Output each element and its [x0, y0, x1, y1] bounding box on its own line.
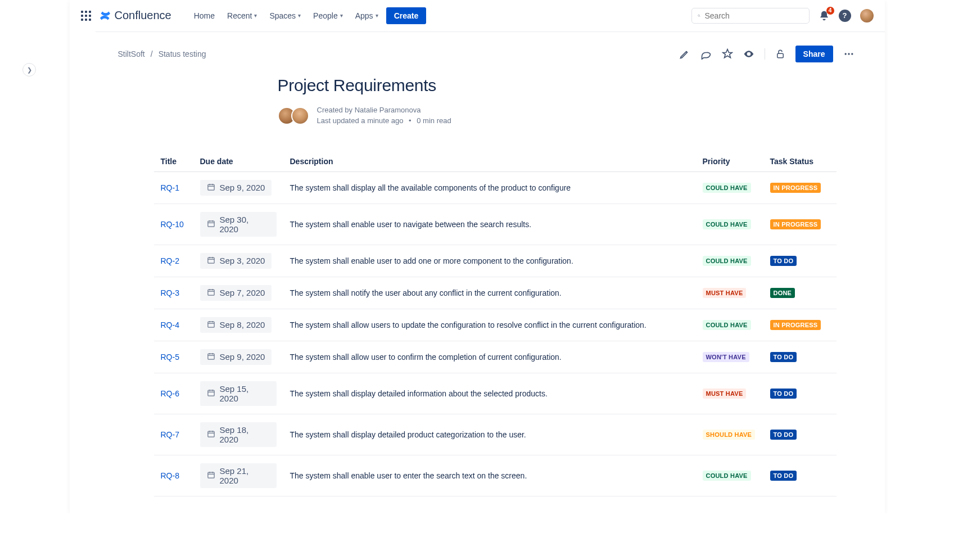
requirement-link[interactable]: RQ-8: [161, 471, 179, 480]
sidebar-expand-button[interactable]: ❯: [22, 63, 36, 76]
edit-button[interactable]: [679, 48, 690, 60]
due-date-chip[interactable]: Sep 7, 2020: [200, 285, 272, 301]
nav-item-apps[interactable]: Apps▾: [355, 11, 378, 20]
watch-button[interactable]: [743, 48, 754, 60]
status-lozenge[interactable]: TO DO: [770, 471, 797, 481]
create-button[interactable]: Create: [386, 7, 427, 24]
th-title[interactable]: Title: [154, 152, 193, 172]
calendar-icon: [207, 471, 215, 479]
nav-item-people[interactable]: People▾: [313, 11, 343, 20]
th-due-date[interactable]: Due date: [193, 152, 283, 172]
status-lozenge[interactable]: TO DO: [770, 430, 797, 440]
status-lozenge[interactable]: DONE: [770, 288, 795, 298]
status-lozenge[interactable]: IN PROGRESS: [770, 320, 821, 330]
calendar-icon: [207, 219, 215, 228]
priority-lozenge[interactable]: COULD HAVE: [703, 219, 751, 229]
due-date-chip[interactable]: Sep 9, 2020: [200, 349, 272, 365]
requirement-link[interactable]: RQ-7: [161, 430, 179, 439]
restrictions-button[interactable]: [775, 49, 785, 59]
priority-lozenge[interactable]: MUST HAVE: [703, 288, 747, 298]
share-button[interactable]: Share: [795, 46, 833, 62]
requirement-link[interactable]: RQ-10: [161, 220, 184, 229]
ellipsis-icon: [843, 48, 854, 60]
status-lozenge[interactable]: IN PROGRESS: [770, 219, 821, 229]
status-lozenge[interactable]: TO DO: [770, 352, 797, 362]
description-cell: The system shall display detailed inform…: [283, 373, 696, 414]
notifications-button[interactable]: 4: [819, 10, 830, 21]
svg-point-0: [698, 15, 699, 16]
due-date-value: Sep 7, 2020: [220, 288, 265, 297]
global-search[interactable]: [691, 8, 810, 24]
priority-lozenge[interactable]: WON'T HAVE: [703, 352, 749, 362]
calendar-icon: [207, 430, 215, 438]
calendar-icon: [207, 352, 215, 360]
status-lozenge[interactable]: TO DO: [770, 256, 797, 266]
th-status[interactable]: Task Status: [763, 152, 837, 172]
due-date-value: Sep 18, 2020: [220, 425, 270, 444]
help-button[interactable]: ?: [839, 10, 851, 22]
nav-item-home[interactable]: Home: [194, 11, 215, 20]
eye-icon: [743, 48, 754, 60]
requirement-link[interactable]: RQ-6: [161, 389, 179, 398]
svg-line-1: [699, 16, 700, 16]
requirement-link[interactable]: RQ-3: [161, 288, 179, 297]
priority-lozenge[interactable]: COULD HAVE: [703, 256, 751, 266]
due-date-value: Sep 9, 2020: [220, 183, 265, 192]
due-date-chip[interactable]: Sep 15, 2020: [200, 381, 277, 406]
due-date-chip[interactable]: Sep 18, 2020: [200, 422, 277, 447]
svg-point-5: [848, 53, 849, 55]
description-cell: The system shall allow users to update t…: [283, 309, 696, 341]
svg-rect-11: [207, 221, 214, 227]
th-priority[interactable]: Priority: [696, 152, 763, 172]
breadcrumb-space[interactable]: StiltSoft: [118, 49, 145, 58]
svg-rect-7: [207, 184, 214, 190]
table-row: RQ-8Sep 21, 2020The system shall enable …: [154, 455, 837, 496]
svg-rect-35: [207, 431, 214, 437]
requirement-link[interactable]: RQ-5: [161, 353, 179, 362]
last-updated[interactable]: Last updated a minute ago: [317, 116, 404, 125]
page-title: Project Requirements: [278, 76, 854, 95]
priority-lozenge[interactable]: COULD HAVE: [703, 183, 751, 193]
notification-badge: 4: [826, 7, 834, 15]
requirement-link[interactable]: RQ-1: [161, 183, 179, 192]
due-date-chip[interactable]: Sep 3, 2020: [200, 253, 272, 269]
table-row: RQ-7Sep 18, 2020The system shall display…: [154, 414, 837, 455]
due-date-chip[interactable]: Sep 30, 2020: [200, 212, 277, 237]
status-lozenge[interactable]: IN PROGRESS: [770, 183, 821, 193]
priority-lozenge[interactable]: COULD HAVE: [703, 471, 751, 481]
due-date-chip[interactable]: Sep 9, 2020: [200, 180, 272, 196]
due-date-chip[interactable]: Sep 21, 2020: [200, 463, 277, 488]
due-date-value: Sep 8, 2020: [220, 320, 265, 329]
confluence-logo[interactable]: Confluence: [99, 9, 171, 22]
priority-lozenge[interactable]: MUST HAVE: [703, 389, 747, 399]
calendar-icon: [207, 183, 215, 191]
status-lozenge[interactable]: TO DO: [770, 389, 797, 399]
requirements-table: Title Due date Description Priority Task…: [154, 152, 837, 496]
requirement-link[interactable]: RQ-2: [161, 256, 179, 265]
comments-button[interactable]: [700, 48, 712, 60]
nav-item-recent[interactable]: Recent▾: [227, 11, 257, 20]
app-switcher-icon[interactable]: [81, 11, 91, 21]
due-date-chip[interactable]: Sep 8, 2020: [200, 317, 272, 333]
th-desc[interactable]: Description: [283, 152, 696, 172]
chevron-down-icon: ▾: [376, 12, 378, 19]
priority-lozenge[interactable]: COULD HAVE: [703, 320, 751, 330]
profile-button[interactable]: [860, 9, 874, 22]
description-cell: The system shall enable user to navigate…: [283, 204, 696, 245]
more-actions-button[interactable]: [843, 48, 854, 60]
svg-rect-31: [207, 390, 214, 396]
nav-item-spaces[interactable]: Spaces▾: [269, 11, 301, 20]
author-avatars[interactable]: [278, 107, 309, 125]
page-author[interactable]: Natalie Paramonova: [355, 106, 421, 114]
table-row: RQ-2Sep 3, 2020The system shall enable u…: [154, 245, 837, 277]
avatar-2: [291, 107, 309, 125]
calendar-icon: [207, 288, 215, 296]
breadcrumb-page[interactable]: Status testing: [159, 49, 206, 58]
search-input[interactable]: [705, 11, 803, 20]
requirement-link[interactable]: RQ-4: [161, 320, 179, 329]
priority-lozenge[interactable]: SHOULD HAVE: [703, 430, 756, 440]
star-button[interactable]: [722, 48, 733, 60]
pencil-icon: [679, 48, 690, 60]
chevron-down-icon: ▾: [254, 12, 257, 19]
star-icon: [722, 48, 733, 60]
